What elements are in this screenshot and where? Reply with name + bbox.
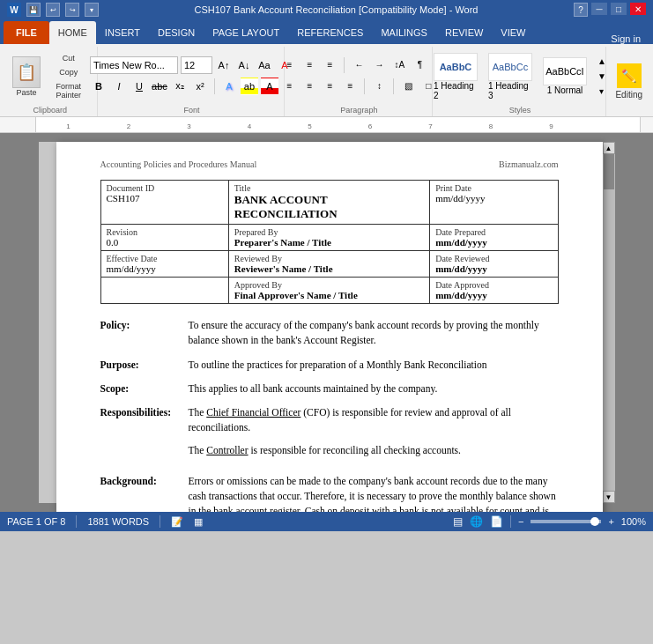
clipboard-sub: Cut Copy Format Painter <box>46 52 92 101</box>
grow-font-button[interactable]: A↑ <box>215 56 233 74</box>
proofing-icon[interactable]: 📝 <box>171 516 183 528</box>
scope-label: Scope: <box>100 381 189 396</box>
document-page[interactable]: Accounting Policies and Procedures Manua… <box>56 142 603 512</box>
tab-file[interactable]: FILE <box>4 21 49 44</box>
responsibilities-section: Responsibilities: The Chief Financial Of… <box>100 405 559 465</box>
tab-insert[interactable]: INSERT <box>96 21 149 44</box>
justify-button[interactable]: ≡ <box>341 78 359 95</box>
status-bar: PAGE 1 OF 8 1881 WORDS 📝 ▦ ▤ 🌐 📄 − + 100… <box>0 512 653 531</box>
show-formatting-button[interactable]: ¶ <box>411 56 428 74</box>
doc-body: Policy: To ensure the accuracy of the co… <box>100 318 559 512</box>
responsibilities-label: Responsibilities: <box>100 405 189 465</box>
maximize-button[interactable]: □ <box>611 3 627 15</box>
para-row1: ≡ ≡ ≡ ← → ↕A ¶ <box>280 56 437 74</box>
scroll-down-button[interactable]: ▼ <box>603 491 615 503</box>
italic-button[interactable]: I <box>110 78 128 95</box>
style-normal[interactable]: AaBbCcI 1 Normal <box>538 55 591 98</box>
shrink-font-button[interactable]: A↓ <box>235 56 253 74</box>
right-sidebar: ▲ ▼ <box>603 142 615 503</box>
numbering-button[interactable]: ≡ <box>301 56 318 74</box>
approved-by-cell: Approved By Final Approver's Name / Titl… <box>228 278 429 304</box>
view-read-icon[interactable]: 📄 <box>490 515 503 528</box>
font-color-button[interactable]: A <box>261 78 278 95</box>
document-table: Document ID CSH107 Title BANK ACCOUNT RE… <box>100 180 559 304</box>
line-spacing-button[interactable]: ↕ <box>370 78 388 95</box>
page-header: Accounting Policies and Procedures Manua… <box>100 159 559 169</box>
font-size-input[interactable] <box>181 56 212 74</box>
layout-icon[interactable]: ▦ <box>194 516 203 528</box>
font-row1: A↑ A↓ Aa A <box>90 56 293 74</box>
style-heading2[interactable]: AaBbC 1 Heading 2 <box>429 50 482 103</box>
cut-button[interactable]: Cut <box>46 52 92 64</box>
word-count: 1881 WORDS <box>87 516 149 527</box>
sign-in-button[interactable]: Sign in <box>602 33 649 44</box>
status-div3 <box>510 515 511 528</box>
left-sidebar <box>39 142 56 503</box>
close-button[interactable]: ✕ <box>630 3 646 15</box>
save-quick-icon[interactable]: 💾 <box>26 3 41 17</box>
date-prepared-value: mm/dd/yyyy <box>435 237 552 248</box>
doc-id-label: Document ID <box>107 183 223 193</box>
align-right-button[interactable]: ≡ <box>321 78 338 95</box>
increase-indent-button[interactable]: → <box>370 56 388 74</box>
zoom-level[interactable]: 100% <box>621 516 646 527</box>
tab-page-layout[interactable]: PAGE LAYOUT <box>204 21 288 44</box>
view-normal-icon[interactable]: ▤ <box>453 515 463 528</box>
highlight-button[interactable]: ab <box>241 78 258 95</box>
superscript-button[interactable]: x² <box>191 78 209 95</box>
scope-section: Scope: This applies to all bank accounts… <box>100 381 559 396</box>
format-painter-button[interactable]: Format Painter <box>46 80 92 101</box>
bold-button[interactable]: B <box>90 78 108 95</box>
decrease-indent-button[interactable]: ← <box>350 56 367 74</box>
tab-view[interactable]: VIEW <box>492 21 534 44</box>
background-content: Errors or omissions can be made to the c… <box>189 474 559 512</box>
paste-button[interactable]: 📋 Paste <box>9 55 44 99</box>
view-web-icon[interactable]: 🌐 <box>470 515 483 528</box>
align-left-button[interactable]: ≡ <box>280 78 298 95</box>
font-name-input[interactable] <box>90 56 178 74</box>
approved-by-label: Approved By <box>234 280 424 290</box>
change-case-button[interactable]: Aa <box>256 56 273 74</box>
zoom-slider[interactable] <box>531 520 601 523</box>
document-area[interactable]: Accounting Policies and Procedures Manua… <box>0 133 653 512</box>
tab-review[interactable]: REVIEW <box>436 21 492 44</box>
align-center-button[interactable]: ≡ <box>301 78 318 95</box>
bullets-button[interactable]: ≡ <box>280 56 298 74</box>
scroll-up-button[interactable]: ▲ <box>603 142 615 154</box>
tab-design[interactable]: DESIGN <box>149 21 204 44</box>
help-icon[interactable]: ? <box>574 3 588 17</box>
date-prepared-label: Date Prepared <box>435 227 552 237</box>
subscript-button[interactable]: x₂ <box>171 78 189 95</box>
scroll-thumb[interactable] <box>604 154 614 189</box>
ruler-scale: 1 2 3 4 5 6 7 8 9 <box>35 117 641 132</box>
copy-button[interactable]: Copy <box>46 66 92 78</box>
underline-button[interactable]: U <box>130 78 148 95</box>
style-heading3[interactable]: AaBbCc 1 Heading 3 <box>484 50 537 103</box>
status-left: PAGE 1 OF 8 1881 WORDS 📝 ▦ <box>7 515 203 528</box>
shading-button[interactable]: ▧ <box>399 78 417 95</box>
tab-home[interactable]: HOME <box>49 21 96 44</box>
multilevel-button[interactable]: ≡ <box>321 56 338 74</box>
dropdown-quick-icon[interactable]: ▾ <box>85 3 99 17</box>
zoom-in-button[interactable]: + <box>608 516 613 527</box>
scope-content: This applies to all bank accounts mainta… <box>189 381 559 396</box>
text-effects-button[interactable]: A <box>220 78 238 95</box>
undo-quick-icon[interactable]: ↩ <box>46 3 60 17</box>
approver-value: Final Approver's Name / Title <box>234 290 424 300</box>
strikethrough-button[interactable]: abc <box>151 78 168 95</box>
tab-mailings[interactable]: MAILINGS <box>372 21 436 44</box>
tab-references[interactable]: REFERENCES <box>288 21 372 44</box>
clipboard-content: 📋 Paste Cut Copy Format Painter <box>9 48 92 104</box>
print-date-label: Print Date <box>435 183 552 193</box>
redo-quick-icon[interactable]: ↪ <box>65 3 79 17</box>
revision-cell: Revision 0.0 <box>100 225 228 251</box>
doc-id-value: CSH107 <box>107 193 223 204</box>
date-approved-cell: Date Approved mm/dd/yyyy <box>430 278 558 304</box>
minimize-button[interactable]: ─ <box>591 3 607 15</box>
sort-button[interactable]: ↕A <box>390 56 408 74</box>
controller-paragraph: The Controller is responsible for reconc… <box>189 443 559 458</box>
zoom-out-button[interactable]: − <box>518 516 523 527</box>
ruler: 1 2 3 4 5 6 7 8 9 <box>0 117 653 133</box>
date-reviewed-cell: Date Reviewed mm/dd/yyyy <box>430 251 558 278</box>
reviewer-value: Reviewer's Name / Title <box>234 263 424 274</box>
